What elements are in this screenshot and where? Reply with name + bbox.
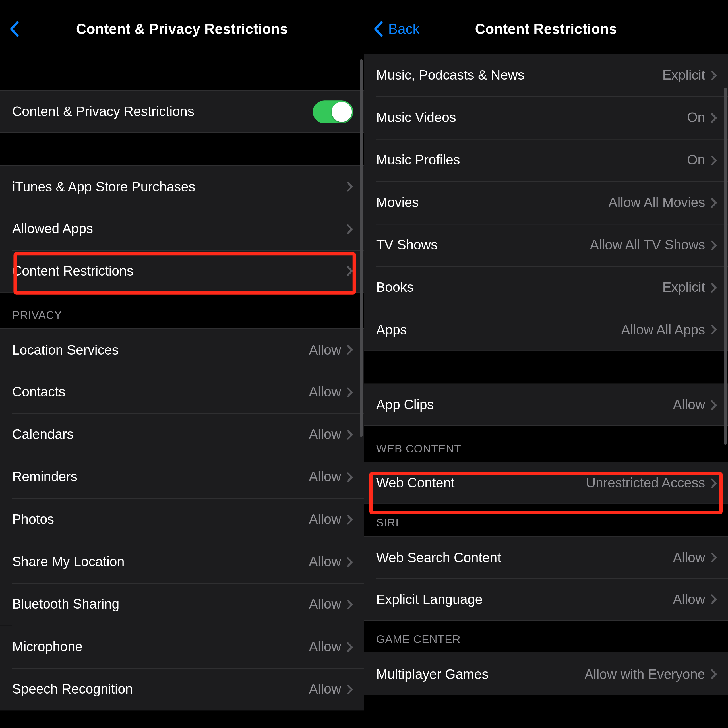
group-media: Music, Podcasts & News Explicit Music Vi… (364, 54, 728, 351)
scrollbar-right[interactable] (724, 87, 726, 445)
group-main: iTunes & App Store Purchases Allowed App… (0, 165, 364, 293)
group-privacy: Location Services Allow Contacts Allow C… (0, 328, 364, 710)
section-header-siri: SIRI (364, 504, 728, 536)
row-web-content[interactable]: Web Content Unrestricted Access (364, 462, 728, 504)
row-reminders[interactable]: Reminders Allow (0, 456, 364, 498)
section-header-web: WEB CONTENT (364, 426, 728, 462)
chevron-left-icon (373, 21, 384, 37)
section-header-game-center: GAME CENTER (364, 621, 728, 652)
chevron-right-icon (346, 514, 353, 525)
row-movies[interactable]: Movies Allow All Movies (364, 181, 728, 224)
row-itunes-appstore[interactable]: iTunes & App Store Purchases (0, 165, 364, 208)
row-allowed-apps[interactable]: Allowed Apps (0, 208, 364, 250)
toggle-row-content-privacy[interactable]: Content & Privacy Restrictions (0, 90, 364, 133)
chevron-right-icon (346, 684, 353, 695)
chevron-left-icon (9, 21, 20, 37)
row-speech-recognition[interactable]: Speech Recognition Allow (0, 668, 364, 710)
row-app-clips[interactable]: App Clips Allow (364, 384, 728, 426)
chevron-right-icon (710, 70, 717, 81)
back-button-left[interactable] (9, 0, 24, 58)
toggle-label: Content & Privacy Restrictions (12, 104, 313, 119)
row-music-videos[interactable]: Music Videos On (364, 96, 728, 139)
row-web-search-content[interactable]: Web Search Content Allow (364, 536, 728, 578)
row-contacts[interactable]: Contacts Allow (0, 371, 364, 413)
row-photos[interactable]: Photos Allow (0, 498, 364, 541)
row-multiplayer-games[interactable]: Multiplayer Games Allow with Everyone (364, 653, 728, 695)
chevron-right-icon (710, 197, 717, 208)
phone-left: Content & Privacy Restrictions Content &… (0, 0, 364, 728)
chevron-right-icon (346, 387, 353, 397)
row-bluetooth-sharing[interactable]: Bluetooth Sharing Allow (0, 583, 364, 626)
chevron-right-icon (710, 324, 717, 335)
chevron-right-icon (710, 282, 717, 293)
group-web: Web Content Unrestricted Access (364, 462, 728, 504)
row-tv-shows[interactable]: TV Shows Allow All TV Shows (364, 224, 728, 266)
navbar-right: Back Content Restrictions (364, 0, 728, 58)
chevron-right-icon (710, 477, 717, 488)
row-explicit-language[interactable]: Explicit Language Allow (364, 578, 728, 621)
row-books[interactable]: Books Explicit (364, 266, 728, 309)
chevron-right-icon (346, 599, 353, 610)
chevron-right-icon (710, 240, 717, 251)
chevron-right-icon (346, 266, 353, 277)
chevron-right-icon (346, 223, 353, 234)
page-title-right: Content Restrictions (475, 21, 617, 37)
row-calendars[interactable]: Calendars Allow (0, 413, 364, 456)
row-music-profiles[interactable]: Music Profiles On (364, 139, 728, 181)
chevron-right-icon (710, 155, 717, 165)
row-microphone[interactable]: Microphone Allow (0, 626, 364, 668)
navbar-left: Content & Privacy Restrictions (0, 0, 364, 58)
chevron-right-icon (710, 399, 717, 410)
row-apps[interactable]: Apps Allow All Apps (364, 309, 728, 351)
toggle-switch[interactable] (313, 100, 353, 123)
group-appclips: App Clips Allow (364, 384, 728, 426)
chevron-right-icon (346, 471, 353, 482)
group-game-center: Multiplayer Games Allow with Everyone (364, 653, 728, 695)
chevron-right-icon (710, 594, 717, 604)
chevron-right-icon (710, 552, 717, 563)
group-siri: Web Search Content Allow Explicit Langua… (364, 536, 728, 621)
back-button-right[interactable]: Back (373, 0, 420, 58)
section-header-privacy: PRIVACY (0, 293, 364, 329)
row-content-restrictions[interactable]: Content Restrictions (0, 250, 364, 292)
page-title-left: Content & Privacy Restrictions (76, 21, 288, 37)
row-share-my-location[interactable]: Share My Location Allow (0, 541, 364, 583)
chevron-right-icon (346, 344, 353, 355)
chevron-right-icon (710, 668, 717, 679)
row-music-podcasts-news[interactable]: Music, Podcasts & News Explicit (364, 54, 728, 96)
back-label: Back (388, 21, 420, 37)
row-location-services[interactable]: Location Services Allow (0, 328, 364, 370)
chevron-right-icon (346, 181, 353, 192)
chevron-right-icon (346, 557, 353, 567)
chevron-right-icon (346, 641, 353, 652)
phone-right: Back Content Restrictions Music, Podcast… (364, 0, 728, 728)
chevron-right-icon (710, 112, 717, 123)
chevron-right-icon (346, 429, 353, 440)
scrollbar-left[interactable] (360, 60, 362, 437)
